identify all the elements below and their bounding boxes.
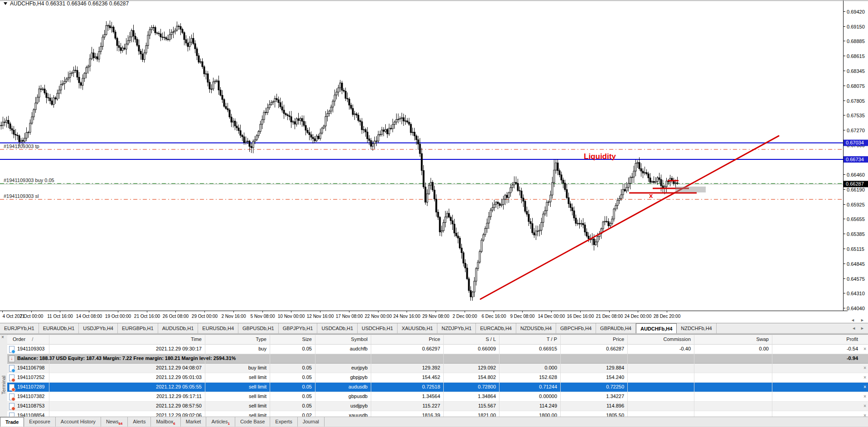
orders-table-header: Order/TimeTypeSizeSymbolPriceS / LT / PP… [7, 335, 868, 345]
close-order-icon[interactable]: × [863, 346, 866, 351]
chart-tab-nzdusdb-h4[interactable]: NZDUSDb,H4 [516, 323, 556, 333]
chart-tab-gbpjpyb-h1[interactable]: GBPJPYb,H1 [279, 323, 318, 333]
close-order-icon[interactable]: × [863, 403, 866, 408]
order-row-1941109303[interactable]: 19411093032021.12.29 09:30:17buy0.05audc… [7, 345, 868, 354]
price-tick-label: 0.68885 [847, 38, 865, 44]
annotation-gray-box[interactable] [675, 187, 706, 192]
column-header-tp[interactable]: T / P [547, 336, 557, 342]
column-header-order[interactable]: Order/ [13, 336, 33, 342]
chart-tab-gbpaudb-h4[interactable]: GBPAUDb,H4 [596, 323, 636, 333]
order-sl: 1.34864 [478, 393, 496, 399]
column-header-size[interactable]: Size [302, 336, 312, 342]
order-id: 1941108753 [17, 403, 44, 408]
tabs-scroll-left-icon[interactable]: ◄ [852, 326, 856, 331]
x-mark-label[interactable]: x [649, 192, 653, 199]
terminal-tab-articles[interactable]: Articles1 [206, 417, 235, 427]
order-swap: 0.00 [759, 346, 769, 351]
close-order-icon[interactable]: × [863, 365, 866, 370]
column-separator [205, 335, 205, 417]
order-ticket-icon [9, 393, 15, 400]
axis-label-resistance-lower-text: 0.66734 [846, 157, 864, 162]
order-row-1941107289[interactable]: 19411072892021.12.29 05:05:55sell limit0… [7, 383, 868, 392]
chart-tab-usdcadb-h1[interactable]: USDCADb,H1 [317, 323, 358, 333]
order-row-1941107252[interactable]: 19411072522021.12.29 05:01:03sell limit0… [7, 373, 868, 383]
liquidity-label[interactable]: Liquidity [584, 152, 616, 161]
tabs-scroll-right-icon[interactable]: ► [860, 326, 864, 331]
chart-tab-eurjpyb-h1[interactable]: EURJPYb,H1 [0, 323, 39, 333]
order-tp: 0.66915 [539, 346, 557, 351]
terminal-tab-alerts[interactable]: Alerts [128, 417, 151, 427]
column-separator [315, 335, 315, 417]
terminal-tab-market[interactable]: Market [181, 417, 207, 427]
column-header-symbol[interactable]: Symbol [351, 336, 368, 342]
close-icon[interactable]: × [1, 335, 4, 340]
order-current-price: 154.240 [606, 374, 624, 380]
date-tick-label: 14 Oct 08:00 [76, 314, 102, 319]
price-chart[interactable]: 0.694200.691500.688850.686150.683450.680… [0, 0, 868, 323]
terminal-tab-trade[interactable]: Trade [0, 417, 24, 427]
column-header-sl[interactable]: S / L [485, 336, 496, 342]
order-tp: 0.00000 [539, 393, 557, 399]
date-tick-label: 24 Nov 16:00 [393, 314, 421, 319]
symbol-dropdown-icon[interactable] [4, 2, 7, 5]
chart-tab-nzdchfb-h4[interactable]: NZDCHFb,H4 [677, 323, 716, 333]
close-order-icon[interactable]: × [863, 375, 866, 380]
date-tick-label: 21 Oct 16:00 [134, 314, 160, 319]
price-tick-label: 0.67805 [847, 98, 865, 104]
date-tick-label: 11 Oct 16:00 [47, 314, 73, 319]
chart-tab-usdjpyb-h4[interactable]: USDJPYb,H4 [79, 323, 118, 333]
column-header-swap[interactable]: Swap [756, 336, 769, 342]
order-open-price: 115.227 [422, 403, 440, 408]
order-row-1941106798[interactable]: 19411067982021.12.29 04:08:07buy limit0.… [7, 364, 868, 373]
balance-row[interactable]: ↓Balance: 188.37 USD Equity: 187.43 Marg… [7, 354, 868, 364]
chart-scroll-right-icon[interactable]: ► [860, 318, 864, 322]
close-order-icon[interactable]: × [863, 384, 866, 389]
order-type: buy [258, 346, 267, 351]
chart-tab-euraudb-h1[interactable]: EURAUDb,H1 [39, 323, 79, 333]
date-tick-label: 2 Nov 16:00 [222, 314, 246, 319]
chart-tab-audchfb-h4[interactable]: AUDCHFb,H4 [636, 323, 677, 333]
order-type: sell limit [249, 403, 267, 408]
order-size: 0.05 [302, 384, 312, 389]
chart-tab-gbpusdb-h1[interactable]: GBPUSDb,H1 [238, 323, 279, 333]
order-type: sell limit [249, 393, 267, 399]
terminal-tab-mailbox[interactable]: Mailbox6 [151, 417, 180, 427]
chart-tab-usdchfb-h1[interactable]: USDCHFb,H1 [358, 323, 398, 333]
close-order-icon[interactable]: × [863, 394, 866, 399]
chart-tab-eurgbpb-h1[interactable]: EURGBPb,H1 [118, 323, 158, 333]
chart-tab-audusdb-h1[interactable]: AUDUSDb,H1 [158, 323, 199, 333]
column-header-commission[interactable]: Commission [663, 336, 691, 342]
terminal-tab-news[interactable]: News64 [101, 417, 128, 427]
candlestick-series [0, 20, 678, 301]
terminal-tab-experts[interactable]: Experts [270, 417, 297, 427]
order-open-price: 0.66297 [422, 346, 440, 351]
price-tick-label: 0.69420 [847, 9, 865, 14]
chart-tab-xauusdb-h1[interactable]: XAUUSDb,H1 [398, 323, 437, 333]
price-tick-label: 0.67270 [847, 128, 865, 133]
balance-summary: Balance: 188.37 USD Equity: 187.43 Margi… [17, 355, 236, 361]
terminal-tab-code-base[interactable]: Code Base [235, 417, 270, 427]
order-type: sell limit [249, 384, 267, 389]
order-sl: 0.66009 [478, 346, 496, 351]
chart-tab-nzdjpyb-h1[interactable]: NZDJPYb,H1 [437, 323, 476, 333]
order-row-1941107382[interactable]: 19411073822021.12.29 05:17:11sell limit0… [7, 392, 868, 402]
column-header-time[interactable]: Time [191, 336, 202, 342]
chart-scroll-left-icon[interactable]: ◄ [851, 318, 855, 322]
price-tick-label: 0.64310 [847, 291, 865, 296]
order-time: 2021.12.29 05:17:11 [156, 393, 202, 399]
column-header-type[interactable]: Type [256, 336, 267, 342]
column-header-price[interactable]: Price [429, 336, 440, 342]
date-tick-label: 17 Nov 08:00 [336, 314, 363, 319]
order-time: 2021.12.29 05:01:03 [156, 374, 202, 380]
terminal-tab-account-history[interactable]: Account History [56, 417, 101, 427]
terminal-tab-exposure[interactable]: Exposure [24, 417, 55, 427]
chart-tab-eurcadb-h4[interactable]: EURCADb,H4 [476, 323, 516, 333]
chart-tab-gbpchfb-h4[interactable]: GBPCHFb,H4 [556, 323, 596, 333]
terminal-tab-journal[interactable]: Journal [298, 417, 325, 427]
column-header-profit[interactable]: Profit [846, 336, 858, 342]
order-row-1941108753[interactable]: 19411087532021.12.29 08:57:50sell limit0… [7, 402, 868, 411]
column-header-price2[interactable]: Price [613, 336, 624, 342]
trendline[interactable] [480, 136, 779, 299]
chart-tab-eurusdb-h4[interactable]: EURUSDb,H4 [198, 323, 238, 333]
date-tick-label: 9 Dec 08:00 [510, 314, 535, 319]
